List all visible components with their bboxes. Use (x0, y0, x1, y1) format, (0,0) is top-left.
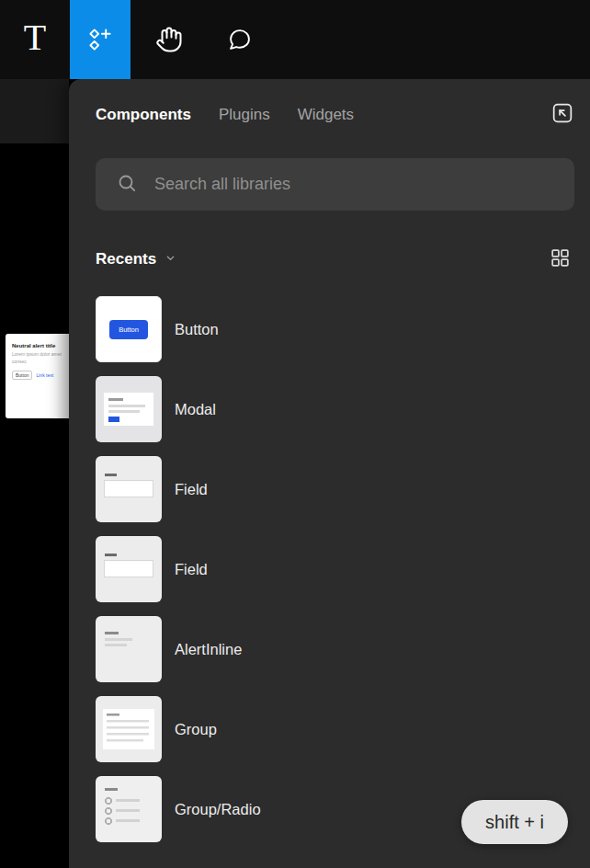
tab-plugins[interactable]: Plugins (219, 106, 270, 124)
assets-icon (86, 26, 114, 53)
panel-tabs: Components Plugins Widgets (96, 106, 549, 124)
canvas-top-band (0, 79, 69, 143)
tab-components[interactable]: Components (96, 106, 191, 124)
chevron-down-icon (164, 251, 177, 268)
component-thumbnail (96, 696, 162, 762)
component-item[interactable]: Field (96, 456, 574, 522)
thumbnail-art (96, 456, 162, 522)
component-item[interactable]: AlertInline (96, 616, 574, 682)
arrow-up-left-square-icon (550, 100, 575, 130)
component-label: Button (175, 321, 219, 338)
canvas-area[interactable]: Neutral alert title Lorem ipsum dolor am… (0, 79, 69, 868)
component-label: Modal (175, 401, 216, 418)
thumbnail-art (96, 616, 162, 682)
canvas-alert-actions: Button Link text (12, 371, 64, 380)
component-label: AlertInline (175, 641, 242, 658)
component-label: Field (175, 561, 208, 578)
canvas-alert-thumbnail: Neutral alert title Lorem ipsum dolor am… (6, 334, 69, 418)
search-input[interactable] (154, 175, 558, 194)
canvas-alert-body: Lorem ipsum dolor amet consec (12, 351, 64, 365)
component-thumbnail (96, 376, 162, 442)
assets-tool-button[interactable] (70, 0, 130, 79)
comment-bubble-icon (227, 27, 253, 52)
component-item[interactable]: Button Button (96, 296, 574, 362)
grid-icon (549, 246, 572, 273)
text-tool-button[interactable]: T (0, 0, 70, 79)
component-item[interactable]: Group (96, 696, 574, 762)
component-thumbnail: Button (96, 296, 162, 362)
thumbnail-art (96, 696, 162, 762)
component-thumbnail (96, 536, 162, 602)
recents-title: Recents (96, 250, 156, 268)
thumbnail-art (96, 776, 162, 842)
component-label: Group/Radio (175, 801, 261, 818)
search-icon (116, 172, 138, 198)
panel-header: Components Plugins Widgets (69, 79, 590, 129)
hand-tool-button[interactable] (130, 0, 208, 79)
toolbar: T (0, 0, 590, 79)
canvas-alert-title: Neutral alert title (12, 343, 64, 348)
component-thumbnail (96, 456, 162, 522)
shortcut-hint-badge: shift + i (461, 800, 568, 844)
thumb-button-chip: Button (109, 320, 148, 339)
canvas-alert-link: Link text (36, 372, 53, 378)
canvas-alert-button: Button (12, 371, 32, 380)
recents-section-header: Recents (96, 247, 572, 271)
grid-view-button[interactable] (548, 247, 572, 271)
component-label: Field (175, 481, 208, 498)
tab-widgets[interactable]: Widgets (298, 106, 354, 124)
comment-tool-button[interactable] (208, 0, 272, 79)
search-bar (96, 158, 574, 211)
component-list[interactable]: Button Button Modal Field Field AlertInl… (96, 296, 574, 842)
component-label: Group (175, 721, 217, 738)
recents-dropdown[interactable]: Recents (96, 250, 548, 268)
thumbnail-art (96, 376, 162, 442)
component-thumbnail (96, 616, 162, 682)
hand-icon (155, 26, 183, 53)
app-window: T (0, 0, 590, 868)
components-panel: Components Plugins Widgets (69, 79, 590, 868)
component-item[interactable]: Field (96, 536, 574, 602)
pop-out-button[interactable] (549, 101, 576, 129)
component-item[interactable]: Modal (96, 376, 574, 442)
text-tool-icon: T (24, 19, 46, 56)
thumbnail-art (96, 536, 162, 602)
component-thumbnail (96, 776, 162, 842)
